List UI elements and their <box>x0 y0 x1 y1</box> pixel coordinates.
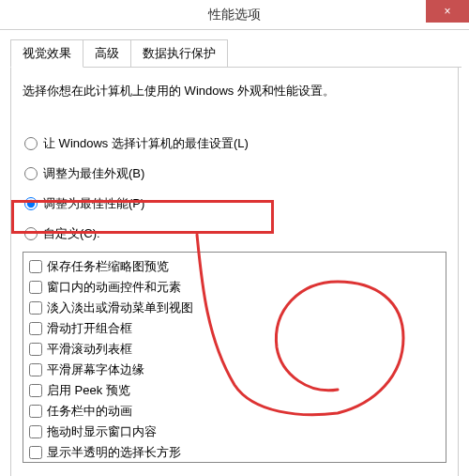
radio-best-appearance[interactable]: 调整为最佳外观(B) <box>23 161 446 186</box>
tab-panel-visual-effects: 选择你想在此计算机上使用的 Windows 外观和性能设置。 让 Windows… <box>10 68 459 476</box>
checkbox-input[interactable] <box>29 405 42 418</box>
checkbox-label: 滑动打开组合框 <box>47 320 132 337</box>
content-area: 视觉效果 高级 数据执行保护 选择你想在此计算机上使用的 Windows 外观和… <box>0 30 469 476</box>
check-item[interactable]: 平滑屏幕字体边缘 <box>29 360 440 380</box>
radio-best-performance[interactable]: 调整为最佳性能(P) <box>23 192 446 216</box>
checkbox-label: 淡入淡出或滑动菜单到视图 <box>47 299 193 316</box>
checkbox-label: 启用 Peek 预览 <box>47 382 130 399</box>
checkbox-input[interactable] <box>29 425 42 438</box>
checkbox-input[interactable] <box>29 343 42 356</box>
checkbox-label: 平滑滚动列表框 <box>47 341 132 358</box>
checkbox-label: 拖动时显示窗口内容 <box>47 423 157 440</box>
checkbox-label: 任务栏中的动画 <box>47 403 132 420</box>
radio-input[interactable] <box>24 197 38 210</box>
radio-custom[interactable]: 自定义(C): <box>23 222 446 246</box>
window-title: 性能选项 <box>208 7 261 23</box>
check-item[interactable]: 任务栏中的动画 <box>29 401 440 422</box>
radio-label: 让 Windows 选择计算机的最佳设置(L) <box>43 135 249 152</box>
check-item[interactable]: 窗口内的动画控件和元素 <box>29 277 440 298</box>
check-item[interactable]: 显示半透明的选择长方形 <box>29 442 440 463</box>
checkbox-input[interactable] <box>29 446 42 459</box>
tab-dep[interactable]: 数据执行保护 <box>130 39 228 67</box>
check-item[interactable]: 拖动时显示窗口内容 <box>29 422 440 442</box>
checkbox-label: 保存任务栏缩略图预览 <box>47 258 169 275</box>
checkbox-input[interactable] <box>29 384 42 397</box>
radio-input[interactable] <box>24 227 38 240</box>
checkbox-label: 显示半透明的选择长方形 <box>47 444 181 461</box>
effects-checklist[interactable]: 保存任务栏缩略图预览 窗口内的动画控件和元素 淡入淡出或滑动菜单到视图 滑动打开… <box>23 252 446 463</box>
radio-label: 调整为最佳性能(P) <box>43 195 144 212</box>
checkbox-input[interactable] <box>29 363 42 376</box>
radio-input[interactable] <box>24 167 38 180</box>
radio-label: 调整为最佳外观(B) <box>43 165 144 182</box>
radio-let-windows-choose[interactable]: 让 Windows 选择计算机的最佳设置(L) <box>23 131 446 156</box>
close-button[interactable]: × <box>426 0 469 23</box>
checkbox-label: 窗口内的动画控件和元素 <box>47 279 181 296</box>
close-icon: × <box>444 5 450 18</box>
tab-advanced[interactable]: 高级 <box>83 39 131 67</box>
panel-description: 选择你想在此计算机上使用的 Windows 外观和性能设置。 <box>23 83 446 100</box>
tab-strip: 视觉效果 高级 数据执行保护 <box>10 39 461 68</box>
check-item[interactable]: 保存任务栏缩略图预览 <box>29 256 440 277</box>
checkbox-input[interactable] <box>29 322 42 335</box>
titlebar: 性能选项 × <box>0 0 469 30</box>
radio-input[interactable] <box>24 137 38 150</box>
tab-visual-effects[interactable]: 视觉效果 <box>10 39 83 68</box>
check-item[interactable]: 平滑滚动列表框 <box>29 339 440 360</box>
radio-label: 自定义(C): <box>43 225 100 242</box>
checkbox-input[interactable] <box>29 281 42 294</box>
check-item[interactable]: 滑动打开组合框 <box>29 318 440 339</box>
tab-label: 高级 <box>95 46 119 60</box>
check-item[interactable]: 淡入淡出或滑动菜单到视图 <box>29 298 440 318</box>
tab-label: 视觉效果 <box>23 46 71 60</box>
checkbox-label: 平滑屏幕字体边缘 <box>47 361 144 378</box>
tab-label: 数据执行保护 <box>143 46 216 60</box>
checkbox-input[interactable] <box>29 301 42 315</box>
checkbox-input[interactable] <box>29 260 42 273</box>
check-item[interactable]: 启用 Peek 预览 <box>29 380 440 401</box>
